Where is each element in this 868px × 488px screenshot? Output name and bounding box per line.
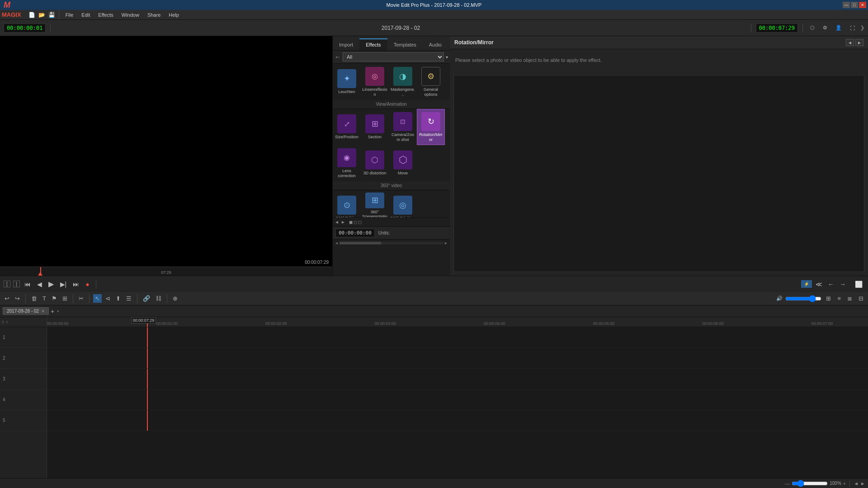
scroll-btn-3[interactable]: ◻ bbox=[358, 220, 362, 225]
link-tool[interactable]: 🔗 bbox=[141, 294, 152, 303]
menu-edit[interactable]: Edit bbox=[78, 11, 94, 19]
monitor-btn-fwd[interactable]: → bbox=[838, 280, 848, 289]
effect-size-position[interactable]: ⤢ Size/Position bbox=[333, 109, 361, 145]
filter-back-button[interactable]: ← bbox=[335, 53, 341, 61]
effect-section[interactable]: ⊞ Section bbox=[361, 109, 389, 145]
fullscreen-button[interactable]: ⛶ bbox=[847, 24, 858, 32]
zoom-plus[interactable]: + bbox=[843, 481, 846, 486]
monitor-btn-back[interactable]: ← bbox=[826, 280, 836, 289]
play-button[interactable]: ▶ bbox=[47, 279, 56, 289]
settings-button[interactable]: ⚙ bbox=[820, 23, 830, 32]
effect-360-editing[interactable]: ⊙ 360° Editing bbox=[333, 190, 361, 217]
panel-nav-prev[interactable]: ◄ bbox=[846, 39, 854, 46]
unlink-tool[interactable]: ⛓ bbox=[154, 294, 163, 303]
hscroll-right[interactable]: ► bbox=[444, 241, 448, 245]
menu-file[interactable]: File bbox=[62, 11, 77, 19]
storyboard-button[interactable]: ⊞ bbox=[61, 294, 69, 303]
save-icon[interactable]: 💾 bbox=[47, 11, 56, 19]
menu-window[interactable]: Window bbox=[118, 11, 143, 19]
view-mode-btn1[interactable]: ⊞ bbox=[824, 294, 833, 303]
effect-move[interactable]: ⬡ Move bbox=[389, 145, 417, 181]
scroll-btn-1[interactable]: ◼ bbox=[349, 220, 353, 225]
in-point-button[interactable]: [ bbox=[4, 281, 10, 287]
insert-tool[interactable]: ⊕ bbox=[171, 294, 179, 303]
effect-linsenreflexion[interactable]: ◎ Linsenreflexion bbox=[361, 64, 389, 100]
effect-camera-zoom[interactable]: ⊡ Camera/Zoom shot bbox=[389, 109, 417, 145]
effect-maskengene[interactable]: ◑ Maskengene... bbox=[389, 64, 417, 100]
menu-share[interactable]: Share bbox=[144, 11, 164, 19]
text-tool-button[interactable]: T bbox=[41, 294, 48, 303]
timeline-tab-close[interactable]: ✕ bbox=[41, 309, 45, 314]
timeline-add-tab[interactable]: + bbox=[51, 308, 54, 315]
delete-button[interactable]: 🗑 bbox=[29, 294, 39, 303]
view-mode-btn2[interactable]: ≡ bbox=[835, 294, 843, 303]
zoom-slider[interactable] bbox=[792, 480, 828, 487]
profile-button[interactable]: 👤 bbox=[833, 23, 844, 32]
record-button[interactable]: ● bbox=[84, 280, 91, 289]
marker-button[interactable]: ⚑ bbox=[50, 294, 59, 303]
scroll-left[interactable]: ◄ bbox=[335, 220, 339, 225]
effects-timecode[interactable]: 00:00:00:00 bbox=[335, 229, 375, 237]
skip-to-start-button[interactable]: ⏮ bbox=[23, 280, 33, 289]
effect-leuchten[interactable]: ✦ Leuchten bbox=[333, 64, 361, 100]
next-frame-button[interactable]: ▶| bbox=[58, 280, 69, 289]
hscroll-track[interactable] bbox=[340, 242, 443, 244]
effect-general-options[interactable]: ⚙ General options bbox=[417, 64, 445, 100]
timeline-scroll-right[interactable]: ► bbox=[860, 481, 865, 486]
filter-dropdown[interactable]: All bbox=[343, 52, 444, 61]
new-icon[interactable]: 📄 bbox=[28, 11, 36, 19]
close-button[interactable]: ✕ bbox=[859, 2, 866, 8]
out-point-button[interactable]: ] bbox=[13, 281, 20, 287]
3d-distortion-icon: ⬡ bbox=[365, 150, 384, 169]
minimize-button[interactable]: — bbox=[843, 2, 850, 8]
timecode-right[interactable]: 00:00:07:29 bbox=[756, 23, 798, 33]
menu-effects[interactable]: Effects bbox=[94, 11, 117, 19]
zoom-minus[interactable]: — bbox=[785, 481, 790, 486]
monitor-btn-collapse[interactable]: ≪ bbox=[814, 280, 824, 289]
open-icon[interactable]: 📂 bbox=[38, 11, 46, 19]
linsenreflexion-label: Linsenreflexion bbox=[362, 87, 387, 97]
timeline-scroll-left[interactable]: ◄ bbox=[854, 481, 859, 486]
timeline-tab-active[interactable]: 2017-09-28 - 02 ✕ bbox=[3, 307, 49, 315]
scroll-right[interactable]: ► bbox=[341, 220, 345, 225]
monitor-zoom-in[interactable]: ⬜ bbox=[853, 280, 864, 289]
move-tool[interactable]: ⬆ bbox=[114, 294, 123, 303]
track-content-area[interactable] bbox=[47, 327, 868, 478]
timeline-ruler[interactable]: 00:00:07:29 00:00:00:00 00:00:01:00 00:0… bbox=[47, 317, 868, 327]
360-scene-label: 360° Szenenrotation bbox=[362, 210, 387, 217]
split-tool[interactable]: ⊲ bbox=[104, 294, 112, 303]
scroll-btn-2[interactable]: ◻ bbox=[354, 220, 357, 225]
trim-button[interactable]: ✂ bbox=[77, 294, 85, 303]
preview-timeline-bar[interactable]: 07:29 bbox=[0, 267, 332, 276]
skip-to-end-button[interactable]: ⏭ bbox=[71, 280, 81, 289]
effect-360-scene[interactable]: ⊞ 360° Szenenrotation bbox=[361, 190, 389, 217]
maximize-button[interactable]: □ bbox=[851, 2, 858, 8]
filter-expand-button[interactable]: ▾ bbox=[446, 55, 448, 60]
redo-button[interactable]: ↪ bbox=[13, 294, 22, 303]
tab-audio[interactable]: Audio bbox=[423, 38, 448, 50]
timeline-tool[interactable]: ☰ bbox=[124, 294, 133, 303]
effect-lens-correction[interactable]: ◉ Lens correction bbox=[333, 145, 361, 181]
timeline-tab-dropdown[interactable]: ▾ bbox=[57, 309, 59, 314]
export-button[interactable]: ⬡ bbox=[807, 23, 817, 32]
effect-360-stitch[interactable]: ◎ 360° Stitching bbox=[389, 190, 417, 217]
timecode-left[interactable]: 00:00:00:01 bbox=[4, 23, 46, 33]
panel-nav-next[interactable]: ► bbox=[855, 39, 863, 46]
track-playhead-2 bbox=[147, 348, 148, 368]
prev-frame-button[interactable]: ◀ bbox=[35, 280, 44, 289]
undo-button[interactable]: ↩ bbox=[3, 294, 11, 303]
menu-help[interactable]: Help bbox=[165, 11, 183, 19]
tab-import[interactable]: Import bbox=[333, 38, 359, 50]
cursor-tool[interactable]: ↖ bbox=[93, 294, 102, 303]
collapse-icon[interactable]: ❯ bbox=[860, 25, 864, 31]
effect-rotation-mirror[interactable]: ↻ Rotation/Mirror bbox=[417, 109, 445, 145]
tab-templates[interactable]: Templates bbox=[387, 38, 423, 50]
volume-slider[interactable] bbox=[785, 295, 821, 302]
preview-scrubber[interactable] bbox=[40, 267, 41, 276]
view-mode-btn4[interactable]: ⊟ bbox=[857, 294, 865, 303]
hscroll-left[interactable]: ◄ bbox=[335, 241, 339, 245]
effect-3d-distortion[interactable]: ⬡ 3D distortion bbox=[361, 145, 389, 181]
view-mode-btn3[interactable]: ≣ bbox=[845, 294, 854, 303]
tab-effects[interactable]: Effects bbox=[359, 38, 387, 50]
monitor-btn-1[interactable]: ⚡ bbox=[801, 280, 812, 288]
